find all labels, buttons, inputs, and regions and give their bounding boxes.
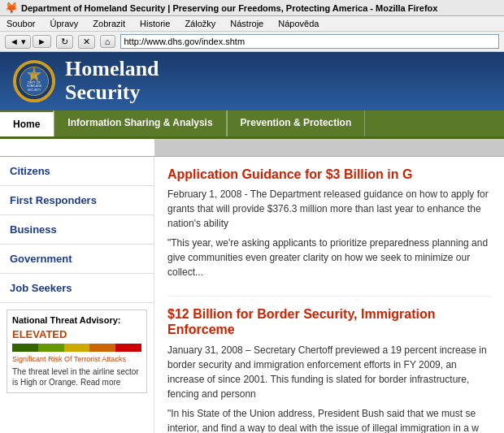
- news-para-1-2: "This year, we're asking applicants to p…: [167, 236, 491, 279]
- back-button[interactable]: ◄ ▾: [5, 35, 31, 49]
- menu-item-zobrazit[interactable]: Zobrazit: [89, 18, 128, 29]
- threat-desc-text: The threat level in the airline sector i…: [12, 366, 141, 388]
- news-item-2: $12 Billion for Border Security, Immigra…: [167, 306, 491, 433]
- news-body-1: February 1, 2008 - The Department releas…: [167, 187, 491, 279]
- news-title-2: $12 Billion for Border Security, Immigra…: [167, 306, 491, 337]
- sidebar-item-citizens[interactable]: Citizens: [0, 157, 154, 186]
- home-button[interactable]: ⌂: [100, 35, 115, 48]
- main-layout: Citizens First Responders Business Gover…: [0, 157, 504, 433]
- address-bar: ◄ ▾ ► ↻ ✕ ⌂: [0, 32, 504, 52]
- site-title: HomelandSecurity: [65, 58, 159, 104]
- sidebar-item-business[interactable]: Business: [0, 215, 154, 245]
- threat-seg-guarded: [38, 344, 64, 352]
- menu-item-nápověda[interactable]: Nápověda: [275, 18, 322, 29]
- menu-bar: SouborÚpravyZobrazitHistorieZáložkyNástr…: [0, 16, 504, 32]
- threat-seg-elevated: [64, 344, 90, 352]
- news-para-2-1: January 31, 2008 – Secretary Chertoff pr…: [167, 343, 491, 401]
- page-title: Department of Homeland Security | Preser…: [21, 3, 437, 13]
- refresh-button[interactable]: ↻: [56, 35, 73, 49]
- svg-text:SECURITY: SECURITY: [28, 89, 41, 92]
- threat-level-bar: [12, 344, 141, 352]
- threat-advisory-box: National Threat Advisory: ELEVATED Signi…: [7, 310, 147, 393]
- sidebar: Citizens First Responders Business Gover…: [0, 157, 154, 433]
- threat-title: National Threat Advisory:: [12, 315, 141, 325]
- news-title-1: Application Guidance for $3 Billion in G: [167, 167, 491, 182]
- tab-information-sharing[interactable]: Information Sharing & Analysis: [54, 110, 226, 136]
- nav-buttons: ◄ ▾ ►: [5, 35, 51, 49]
- news-para-2-2: "In his State of the Union address, Pres…: [167, 406, 491, 433]
- svg-text:HOMELAND: HOMELAND: [27, 84, 42, 88]
- menu-item-nástroje[interactable]: Nástroje: [227, 18, 267, 29]
- article-divider: [167, 296, 491, 297]
- menu-item-záložky[interactable]: Záložky: [181, 18, 219, 29]
- threat-level-label: ELEVATED: [12, 328, 141, 340]
- menu-item-úpravy[interactable]: Úpravy: [46, 18, 81, 29]
- main-content: Application Guidance for $3 Billion in G…: [154, 157, 504, 433]
- threat-seg-high: [89, 344, 115, 352]
- threat-sig-text: Significant Risk Of Terrorist Attacks: [12, 355, 141, 363]
- tab-prevention-protection[interactable]: Prevention & Protection: [228, 110, 366, 136]
- forward-button[interactable]: ►: [33, 35, 51, 48]
- news-para-1-1: February 1, 2008 - The Department releas…: [167, 187, 491, 231]
- threat-seg-low: [12, 344, 38, 352]
- browser-title-bar: 🦊 Department of Homeland Security | Pres…: [0, 0, 504, 16]
- threat-seg-severe: [115, 344, 141, 352]
- address-input[interactable]: [120, 34, 500, 49]
- firefox-icon: 🦊: [5, 2, 18, 14]
- stop-button[interactable]: ✕: [78, 35, 95, 49]
- menu-item-historie[interactable]: Historie: [137, 18, 173, 29]
- nav-tab-bar: Home Information Sharing & Analysis Prev…: [0, 110, 504, 139]
- news-item-1: Application Guidance for $3 Billion in G…: [167, 167, 491, 279]
- news-body-2: January 31, 2008 – Secretary Chertoff pr…: [167, 343, 491, 433]
- tab-home[interactable]: Home: [0, 110, 54, 136]
- site-header: U.S. DEPT OF HOMELAND SECURITY HomelandS…: [0, 52, 504, 110]
- svg-text:DEPT OF: DEPT OF: [28, 81, 41, 84]
- sub-nav-bar: [0, 139, 504, 157]
- sidebar-item-job-seekers[interactable]: Job Seekers: [0, 274, 154, 303]
- dhs-seal: U.S. DEPT OF HOMELAND SECURITY: [13, 60, 55, 102]
- sidebar-item-government[interactable]: Government: [0, 245, 154, 274]
- sidebar-item-first-responders[interactable]: First Responders: [0, 186, 154, 215]
- menu-item-soubor[interactable]: Soubor: [3, 18, 38, 29]
- news-para-2-2-text: "In his State of the Union address, Pres…: [167, 408, 479, 433]
- sub-nav-left: [0, 139, 154, 156]
